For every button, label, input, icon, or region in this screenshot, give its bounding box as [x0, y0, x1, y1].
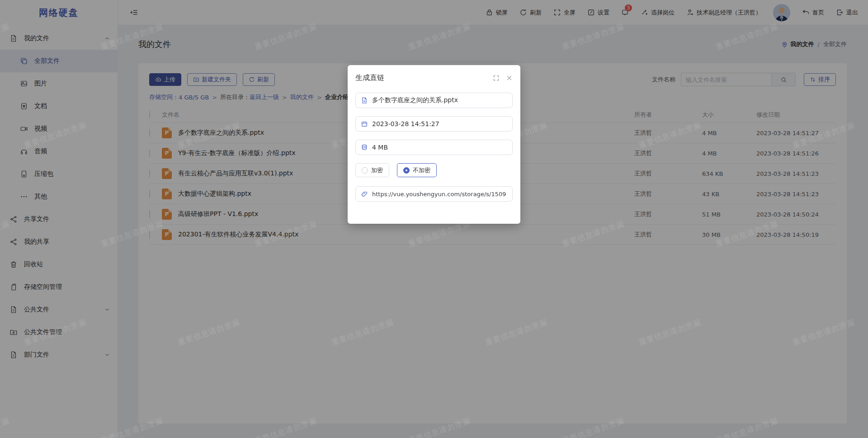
no-encrypt-radio[interactable]: 不加密: [397, 163, 437, 177]
modal-size-field[interactable]: 4 MB: [355, 140, 513, 155]
encryption-radio-group: 加密 不加密: [355, 163, 513, 177]
modal-file-name-field[interactable]: 多个数字底座之间的关系.pptx: [355, 93, 513, 108]
encrypt-radio[interactable]: 加密: [355, 163, 389, 177]
radio-unselected-icon: [362, 167, 368, 174]
file-icon: [361, 97, 368, 104]
generate-direct-link-modal: 生成直链 多个数字底座之间的关系.pptx 2023-03-28 14:51:2…: [348, 65, 520, 224]
no-encrypt-label: 不加密: [413, 166, 430, 174]
calendar-icon: [361, 120, 368, 127]
modal-modified-date: 2023-03-28 14:51:27: [372, 120, 439, 127]
modal-size: 4 MB: [372, 144, 388, 151]
direct-link-field[interactable]: https://vue.youshengyun.com/storage/s/15…: [355, 186, 513, 202]
modal-file-name: 多个数字底座之间的关系.pptx: [372, 96, 458, 104]
radio-selected-icon: [403, 167, 410, 174]
encrypt-label: 加密: [371, 166, 383, 174]
direct-link-url: https://vue.youshengyun.com/storage/s/15…: [372, 191, 506, 198]
modal-modified-field[interactable]: 2023-03-28 14:51:27: [355, 116, 513, 132]
modal-close-icon[interactable]: [506, 75, 513, 81]
modal-title: 生成直链: [355, 73, 486, 83]
database-icon: [361, 144, 368, 151]
modal-fullscreen-icon[interactable]: [493, 75, 500, 81]
paperclip-icon: [361, 190, 368, 198]
